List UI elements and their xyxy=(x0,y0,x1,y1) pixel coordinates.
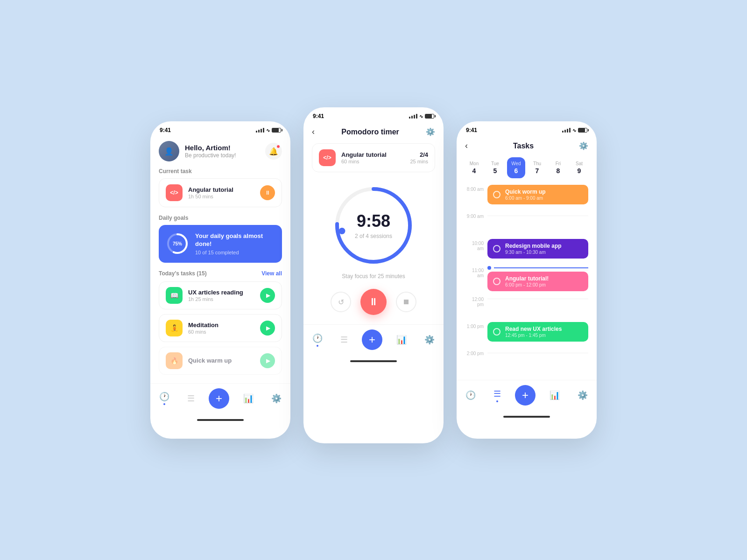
calendar-strip: Mon 4 Tue 5 Wed 6 Thu 7 Fri 8 Sat 9 xyxy=(457,157,597,185)
list-item[interactable]: 🧘 Meditation 60 mins ▶ xyxy=(159,314,282,342)
event-time-warmup: 6:00 am - 9:00 am xyxy=(505,196,583,201)
nav-add-button[interactable]: + xyxy=(209,388,229,409)
task-icon-warmup: 🔥 xyxy=(166,352,183,369)
cal-day-mon[interactable]: Mon 4 xyxy=(465,157,483,178)
timer-container: 9:58 2 of 4 sessions Stay focus for 25 m… xyxy=(303,183,444,280)
cal-day-tue[interactable]: Tue 5 xyxy=(486,157,504,178)
cal-day-sat[interactable]: Sat 9 xyxy=(570,157,588,178)
nav-stats-3[interactable]: 📊 xyxy=(546,388,564,402)
restart-button[interactable]: ↺ xyxy=(331,292,351,312)
event-time-angular: 6:00 pm - 12:00 pm xyxy=(505,282,583,287)
nav-home-2[interactable]: 🕐 xyxy=(309,331,326,349)
daily-goals-label: Daily goals xyxy=(159,215,282,221)
cal-day-name-fri: Fri xyxy=(551,161,565,166)
home-indicator-2 xyxy=(350,360,397,362)
plus-icon: + xyxy=(216,393,222,404)
nav-stats-2[interactable]: 📊 xyxy=(393,333,410,347)
task-time-meditation: 60 mins xyxy=(188,329,254,335)
event-info-angular: Angular tutorial! 6:00 pm - 12:00 pm xyxy=(505,275,583,287)
main-pause-icon: ⏸ xyxy=(368,296,379,308)
nav-list[interactable]: ☰ xyxy=(183,392,198,406)
goals-subtext: 10 of 15 completed xyxy=(195,250,275,255)
gear-button-3[interactable]: ⚙️ xyxy=(579,141,588,150)
schedule-line-1pm: Read new UX articles 12:45 pm - 1:45 pm xyxy=(487,322,588,342)
task-info-ux: UX articles reading 1h 25 mins xyxy=(188,289,254,302)
phone-dashboard: 9:41 ∿ 👤 Hello, Artiom! Be productive to… xyxy=(150,121,290,439)
event-redesign[interactable]: Redesign mobile app 9:30 am - 10:30 am xyxy=(487,239,588,259)
play-button-warmup[interactable]: ▶ xyxy=(260,353,275,368)
nav-settings-2[interactable]: ⚙️ xyxy=(421,333,438,347)
current-task-label: Current task xyxy=(159,168,282,175)
event-angular[interactable]: Angular tutorial! 6:00 pm - 12:00 pm xyxy=(487,272,588,291)
play-icon-3: ▶ xyxy=(266,357,270,364)
cal-day-thu[interactable]: Thu 7 xyxy=(528,157,546,178)
nav-list-2[interactable]: ☰ xyxy=(337,333,352,347)
timer-display: 9:58 2 of 4 sessions xyxy=(355,211,392,239)
bottom-nav-1: 🕐 ☰ + 📊 ⚙️ xyxy=(150,383,290,416)
list-item[interactable]: 📖 UX articles reading 1h 25 mins ▶ xyxy=(159,281,282,309)
header-text: Hello, Artiom! Be productive today! xyxy=(185,144,265,159)
cal-day-name-tue: Tue xyxy=(488,161,502,166)
current-task-name: Angular tutorial xyxy=(188,186,254,193)
nav-add-button-3[interactable]: + xyxy=(515,385,536,406)
schedule-row-10am: 10:00 am Redesign mobile app 9:30 am - 1… xyxy=(465,239,588,262)
schedule-area: 8:00 am Quick worm up 6:00 am - 9:00 am … xyxy=(457,185,597,376)
event-circle-redesign xyxy=(493,245,500,252)
schedule-line-8am: Quick worm up 6:00 am - 9:00 am xyxy=(487,185,588,204)
user-avatar: 👤 xyxy=(159,141,179,161)
todays-tasks-label: Today's tasks (15) xyxy=(159,270,207,277)
back-button-3[interactable]: ‹ xyxy=(465,141,468,151)
nav-settings[interactable]: ⚙️ xyxy=(268,392,285,406)
cal-day-name-mon: Mon xyxy=(467,161,481,166)
event-ux-articles[interactable]: Read new UX articles 12:45 pm - 1:45 pm xyxy=(487,322,588,342)
nav-home[interactable]: 🕐 xyxy=(155,390,173,407)
notification-button[interactable]: 🔔 xyxy=(265,143,282,160)
play-button-meditation[interactable]: ▶ xyxy=(260,321,275,336)
cal-day-wed[interactable]: Wed 6 xyxy=(507,157,525,178)
nav-add-button-2[interactable]: + xyxy=(362,329,382,350)
goals-text: Your daily goals almost done! 10 of 15 c… xyxy=(195,232,275,255)
event-name-ux: Read new UX articles xyxy=(505,326,583,332)
nav-stats[interactable]: 📊 xyxy=(240,392,257,406)
timer-value: 9:58 xyxy=(355,211,392,231)
pomodoro-session: 2/4 25 mins xyxy=(410,151,428,164)
task-name-ux: UX articles reading xyxy=(188,289,254,296)
event-time-redesign: 9:30 am - 10:30 am xyxy=(505,250,583,255)
event-info-redesign: Redesign mobile app 9:30 am - 10:30 am xyxy=(505,243,583,255)
task-time-ux: 1h 25 mins xyxy=(188,296,254,302)
stop-button[interactable]: ⏹ xyxy=(396,292,416,312)
event-circle-ux xyxy=(493,328,500,336)
pause-button[interactable]: ⏸ xyxy=(260,185,275,200)
schedule-line-10am: Redesign mobile app 9:30 am - 10:30 am xyxy=(487,239,588,259)
clock-icon-2: 🕐 xyxy=(312,333,323,343)
wifi-icon: ∿ xyxy=(266,128,270,133)
task-name-warmup: Quick warm up xyxy=(188,357,254,364)
event-quick-warmup[interactable]: Quick worm up 6:00 am - 9:00 am xyxy=(487,185,588,204)
cal-day-fri[interactable]: Fri 8 xyxy=(549,157,567,178)
schedule-row-1pm: 1:00 pm Read new UX articles 12:45 pm - … xyxy=(465,322,588,345)
timer-controls: ↺ ⏸ ⏹ xyxy=(303,289,444,315)
view-all-button[interactable]: View all xyxy=(261,270,282,277)
session-time: 25 mins xyxy=(410,159,428,164)
play-button-ux[interactable]: ▶ xyxy=(260,288,275,303)
main-pause-button[interactable]: ⏸ xyxy=(360,289,387,315)
task-icon-code: </> xyxy=(166,184,183,201)
settings-button[interactable]: ⚙️ xyxy=(426,127,435,136)
back-button[interactable]: ‹ xyxy=(312,127,315,137)
nav-list-3[interactable]: ☰ xyxy=(490,387,505,404)
nav-settings-3[interactable]: ⚙️ xyxy=(574,388,592,402)
status-icons-1: ∿ xyxy=(256,128,281,133)
daily-goals-card[interactable]: 75% Your daily goals almost done! 10 of … xyxy=(159,225,282,263)
pomodoro-header: ‹ Pomodoro timer ⚙️ xyxy=(303,122,444,143)
time-1pm: 1:00 pm xyxy=(465,322,487,329)
pomodoro-title: Pomodoro timer xyxy=(341,128,399,136)
pomodoro-task-card[interactable]: </> Angular tutorial 60 mins 2/4 25 mins xyxy=(312,143,435,172)
cal-day-num-fri: 8 xyxy=(551,167,565,175)
current-task-card[interactable]: </> Angular tutorial 1h 50 mins ⏸ xyxy=(159,178,282,207)
list-item[interactable]: 🔥 Quick warm up ▶ xyxy=(159,347,282,375)
status-bar-1: 9:41 ∿ xyxy=(150,121,290,136)
play-icon: ▶ xyxy=(266,292,270,299)
restart-icon: ↺ xyxy=(338,298,344,307)
nav-home-3[interactable]: 🕐 xyxy=(462,388,479,402)
time-10am: 10:00 am xyxy=(465,239,487,251)
